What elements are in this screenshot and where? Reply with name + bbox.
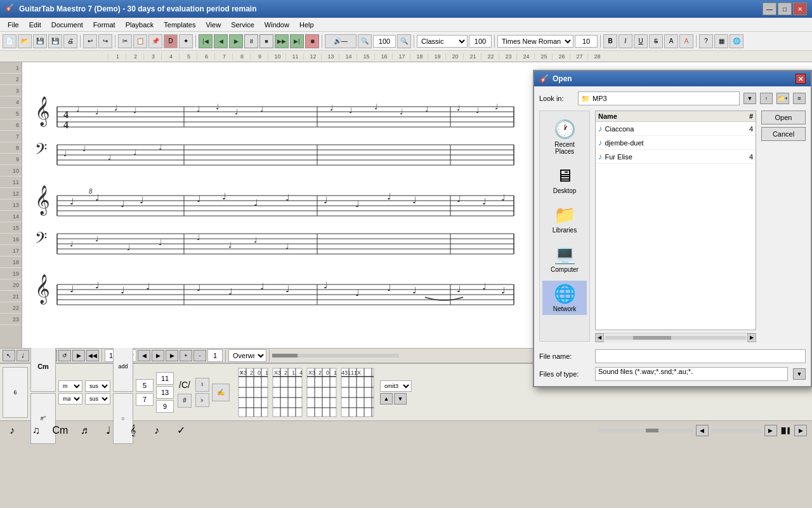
menu-document[interactable]: Document xyxy=(46,20,88,30)
mode1-select[interactable]: m xyxy=(58,380,82,392)
loop-tool[interactable]: ↺ xyxy=(58,350,71,361)
zoom-out-button[interactable]: 🔍 xyxy=(397,34,411,48)
status-plugin-icon[interactable]: ♬ xyxy=(77,424,91,438)
menu-window[interactable]: Window xyxy=(259,20,294,30)
mixer-left[interactable]: ◀ xyxy=(696,425,709,436)
status-note-icon[interactable]: ♪ xyxy=(5,424,19,438)
menu-templates[interactable]: Templates xyxy=(159,20,200,30)
maximize-button[interactable]: □ xyxy=(778,3,792,15)
play-from-tool[interactable]: ▶ xyxy=(72,350,85,361)
play-button[interactable]: ▶ xyxy=(229,34,243,48)
scroll-right[interactable]: ▶ xyxy=(794,425,807,436)
files-of-type-combo[interactable]: Sound files (*.wav;*.snd;*.au;*. xyxy=(595,367,788,381)
view-toggle[interactable]: ≡ xyxy=(793,93,806,104)
bold-button[interactable]: B xyxy=(603,34,617,48)
omit-up[interactable]: ▲ xyxy=(380,393,393,404)
new-button[interactable]: 📄 xyxy=(3,34,16,48)
file-item-furelise[interactable]: ♪ Fur Elise 4 xyxy=(596,150,756,164)
mode2-select[interactable]: maj xyxy=(58,393,82,404)
volume-slider[interactable]: 🔊— xyxy=(325,34,357,48)
play-fwd-button[interactable]: ▶▶ xyxy=(275,34,289,48)
menu-format[interactable]: Format xyxy=(88,20,121,30)
highlight-button[interactable]: A xyxy=(679,34,693,48)
status-tab-icon[interactable]: ♩ xyxy=(102,424,115,438)
scroll-left-btn[interactable]: ◀ xyxy=(595,333,604,342)
play-start-button[interactable]: |◀ xyxy=(199,34,213,48)
nav-back[interactable]: ◀ xyxy=(138,350,150,361)
omit-down[interactable]: ▼ xyxy=(394,393,407,404)
sidebar-recent[interactable]: 🕐 Recent Places xyxy=(542,116,587,157)
dialog-scrollbar[interactable]: ◀ ▶ xyxy=(595,333,756,342)
look-in-dropdown[interactable]: ▼ xyxy=(743,93,756,104)
file-item-djembe[interactable]: ♪ djembe-duet xyxy=(596,136,756,150)
num4-input[interactable]: 13 xyxy=(156,386,174,399)
scroll-track[interactable] xyxy=(605,336,746,340)
scroll-bar[interactable] xyxy=(272,354,399,358)
undo-button[interactable]: ↩ xyxy=(83,34,97,48)
nav-fwd[interactable]: ▶ xyxy=(152,350,164,361)
look-in-combo[interactable]: 📁 MP3 xyxy=(578,91,740,105)
note-tool[interactable]: ♩ xyxy=(16,350,29,361)
web-button[interactable]: 🌐 xyxy=(730,34,743,48)
natural-btn[interactable]: ♮ xyxy=(195,378,209,392)
num1-input[interactable]: 5 xyxy=(136,379,154,392)
help-button[interactable]: ? xyxy=(699,34,713,48)
font-size-input[interactable]: 10 xyxy=(575,35,598,48)
dialog-close-button[interactable]: ✕ xyxy=(796,74,806,84)
mixer-right[interactable]: ▶ xyxy=(764,425,777,436)
sidebar-desktop[interactable]: 🖥 Desktop xyxy=(542,163,587,197)
menu-playback[interactable]: Playback xyxy=(121,20,159,30)
navigate-up[interactable]: ↑ xyxy=(760,93,773,104)
status-metronome-icon[interactable]: ♪ xyxy=(150,424,164,438)
select-tool[interactable]: ↖ xyxy=(3,350,15,361)
italic-button[interactable]: I xyxy=(619,34,632,48)
mode-select[interactable]: Overwrite xyxy=(228,349,266,362)
sidebar-libraries[interactable]: 📁 Libraries xyxy=(542,202,587,236)
key-num[interactable]: 6 xyxy=(3,367,28,418)
zoom-input[interactable]: 100 xyxy=(373,35,396,48)
font-color-button[interactable]: A xyxy=(664,34,678,48)
redo-button[interactable]: ↪ xyxy=(98,34,112,48)
write-btn[interactable]: ✍ xyxy=(212,384,230,401)
menu-file[interactable]: File xyxy=(3,20,24,30)
underline-button[interactable]: U xyxy=(634,34,648,48)
file-item-ciaccona[interactable]: ♪ Ciaccona 4 xyxy=(596,122,756,136)
special-button[interactable]: ✦ xyxy=(179,34,193,48)
stop-button[interactable]: ■ xyxy=(259,34,273,48)
table-button[interactable]: ▦ xyxy=(714,34,728,48)
menu-view[interactable]: View xyxy=(200,20,226,30)
num5-input[interactable]: 9 xyxy=(156,400,174,413)
sharp-btn[interactable]: # xyxy=(178,394,192,408)
sidebar-computer[interactable]: 💻 Computer xyxy=(542,241,587,276)
omit-select[interactable]: omit3 xyxy=(380,380,412,392)
status-check-icon[interactable]: ✓ xyxy=(174,424,188,438)
menu-help[interactable]: Help xyxy=(294,20,319,30)
pan-slider[interactable] xyxy=(598,429,693,432)
play-back-button[interactable]: ◀ xyxy=(214,34,228,48)
zoom-in-button[interactable]: 🔍 xyxy=(358,34,372,48)
file-name-input[interactable] xyxy=(595,349,806,363)
new-folder[interactable]: 📁+ xyxy=(776,93,789,104)
open-button[interactable]: 📂 xyxy=(18,34,32,48)
flat-btn[interactable]: ♭ xyxy=(195,393,209,407)
save-button[interactable]: 💾 xyxy=(33,34,47,48)
strikethrough-button[interactable]: S̶ xyxy=(649,34,663,48)
cut-button[interactable]: ✂ xyxy=(118,34,132,48)
font-select[interactable]: Times New Roman xyxy=(497,35,573,48)
num3-input[interactable]: 11 xyxy=(156,372,174,385)
back-tool[interactable]: ◀◀ xyxy=(86,350,99,361)
nav-plus[interactable]: + xyxy=(180,350,192,361)
paste-button[interactable]: 📌 xyxy=(148,34,162,48)
position-input[interactable]: 1 xyxy=(207,349,223,362)
delete-button[interactable]: D xyxy=(164,34,178,48)
dialog-open-button[interactable]: Open xyxy=(761,110,806,124)
save-as-button[interactable]: 💾 xyxy=(48,34,62,48)
print-button[interactable]: 🖨 xyxy=(63,34,77,48)
record-button[interactable]: ⏺ xyxy=(305,34,319,48)
nav-play[interactable]: ▶ xyxy=(166,350,178,361)
sidebar-network[interactable]: 🌐 Network xyxy=(542,281,587,315)
file-list[interactable]: Name # ♪ Ciaccona 4 ♪ djembe-duet ♪ xyxy=(595,110,756,330)
minimize-button[interactable]: — xyxy=(763,3,776,15)
menu-service[interactable]: Service xyxy=(226,20,259,30)
dialog-cancel-button[interactable]: Cancel xyxy=(761,127,806,141)
